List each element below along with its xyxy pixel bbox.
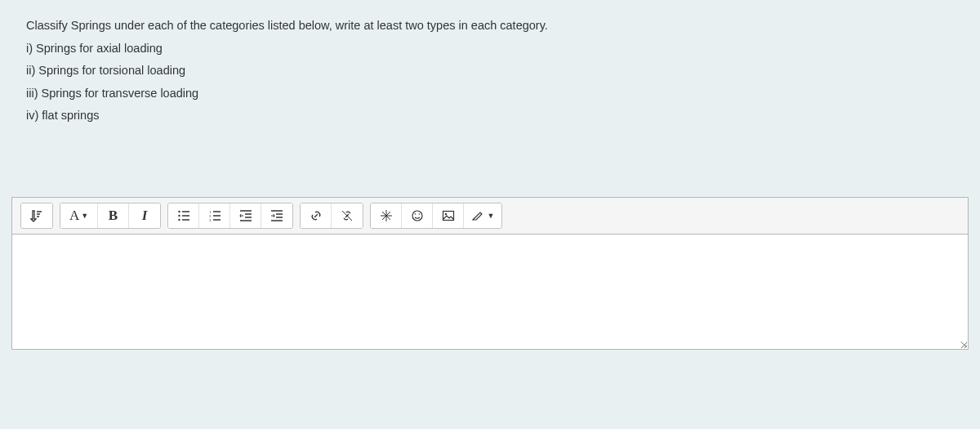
svg-point-26 xyxy=(414,213,416,215)
link-icon xyxy=(310,209,323,222)
question-item-4: iv) flat springs xyxy=(26,105,954,127)
outdent-button[interactable] xyxy=(230,203,261,228)
smiley-icon xyxy=(411,209,424,222)
highlighter-button[interactable]: ▼ xyxy=(464,203,501,228)
italic-icon: I xyxy=(142,208,148,224)
svg-point-1 xyxy=(178,215,180,217)
question-item-1: i) Springs for axial loading xyxy=(26,38,954,60)
font-color-button[interactable]: A ▼ xyxy=(60,203,98,228)
ordered-list-icon: 1 2 3 xyxy=(208,209,221,222)
brush-icon xyxy=(471,209,484,222)
toolbar-group-lists: 1 2 3 xyxy=(167,203,293,229)
unlink-icon xyxy=(341,209,354,222)
snowflake-icon xyxy=(380,209,393,222)
image-icon xyxy=(442,209,455,222)
question-item-2: ii) Springs for torsional loading xyxy=(26,60,954,83)
svg-rect-28 xyxy=(443,211,453,220)
remove-link-button[interactable] xyxy=(332,203,363,228)
bold-button[interactable]: B xyxy=(98,203,129,228)
toolbar-group-link xyxy=(300,203,363,229)
question-prompt: Classify Springs under each of the categ… xyxy=(26,15,954,38)
svg-point-0 xyxy=(178,211,180,212)
toolbar-group-font: A ▼ B I xyxy=(60,203,161,229)
emoji-button[interactable] xyxy=(402,203,433,228)
chevron-down-icon: ▼ xyxy=(488,212,495,220)
insert-link-button[interactable] xyxy=(301,203,332,228)
question-item-3: iii) Springs for transverse loading xyxy=(26,83,954,105)
unordered-list-button[interactable] xyxy=(168,203,199,228)
expand-icon xyxy=(30,209,43,222)
svg-point-27 xyxy=(418,213,420,215)
toolbar-group-expand xyxy=(20,203,53,229)
insert-image-button[interactable] xyxy=(433,203,464,228)
unordered-list-icon xyxy=(177,209,190,222)
svg-text:3: 3 xyxy=(209,218,212,222)
svg-point-29 xyxy=(444,213,446,215)
bold-icon: B xyxy=(109,208,118,224)
indent-icon xyxy=(270,209,283,222)
snowflake-button[interactable] xyxy=(371,203,402,228)
indent-button[interactable] xyxy=(261,203,292,228)
ordered-list-button[interactable]: 1 2 3 xyxy=(199,203,230,228)
font-color-icon: A xyxy=(69,208,79,224)
chevron-down-icon: ▼ xyxy=(81,212,88,220)
italic-button[interactable]: I xyxy=(129,203,160,228)
resize-handle[interactable] xyxy=(956,337,968,349)
toolbar-group-insert: ▼ xyxy=(370,203,502,229)
svg-point-2 xyxy=(178,219,180,221)
question-prompt-area: Classify Springs under each of the categ… xyxy=(11,8,969,127)
svg-point-25 xyxy=(412,211,422,221)
editor-toolbar: A ▼ B I xyxy=(12,198,968,235)
expand-button[interactable] xyxy=(21,203,52,228)
rich-text-editor: A ▼ B I xyxy=(11,197,969,350)
editor-textarea[interactable] xyxy=(12,235,968,349)
outdent-icon xyxy=(239,209,252,222)
